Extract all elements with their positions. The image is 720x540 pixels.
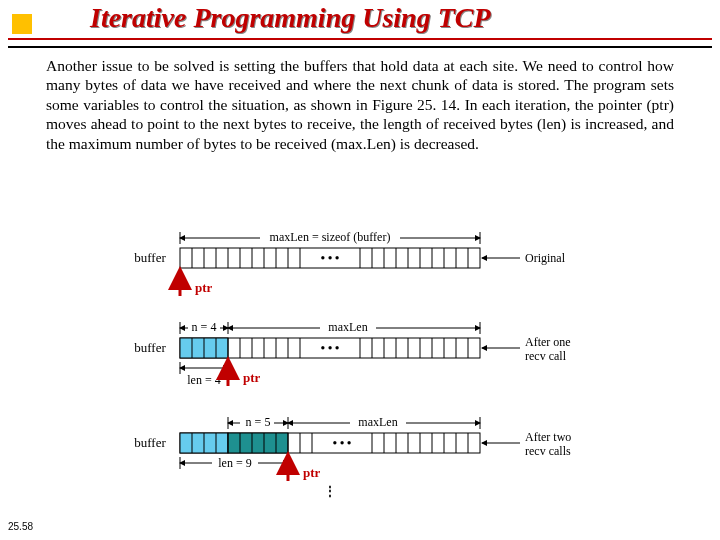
state3-label-1: After two — [525, 430, 571, 444]
maxlen-label-2: maxLen — [328, 320, 367, 334]
title-bar: Iterative Programming Using TCP — [8, 0, 712, 48]
n-label-2: n = 4 — [192, 320, 217, 334]
buffer-cells-1: • • • — [180, 248, 480, 268]
maxlen-label: maxLen = sizeof (buffer) — [270, 230, 391, 244]
state1-label: Original — [525, 251, 566, 265]
buffer-label-2: buffer — [134, 340, 166, 355]
len-label-3: len = 9 — [218, 456, 251, 470]
state2-label-1: After one — [525, 335, 571, 349]
ptr-label-3: ptr — [303, 465, 321, 480]
page-number: 25.58 — [8, 521, 33, 532]
diagram-state-after-two: n = 5 maxLen buffer • • • After two recv… — [134, 415, 571, 498]
buffer-label-1: buffer — [134, 250, 166, 265]
body-paragraph: Another issue to be solved is setting th… — [46, 56, 674, 153]
len-label-2: len = 4 — [187, 373, 220, 387]
diagram-state-after-one: n = 4 maxLen buffer • • • After one recv… — [134, 320, 570, 387]
state3-label-2: recv calls — [525, 444, 571, 458]
ellipsis-icon: • • • — [333, 436, 352, 450]
title-accent-square — [12, 14, 32, 34]
ellipsis-icon: • • • — [321, 251, 340, 265]
buffer-diagram: maxLen = sizeof (buffer) buffer • • • Or… — [120, 228, 600, 528]
maxlen-label-3: maxLen — [358, 415, 397, 429]
svg-rect-68 — [228, 433, 288, 453]
n-label-3: n = 5 — [246, 415, 271, 429]
state2-label-2: recv call — [525, 349, 567, 363]
vertical-ellipsis-icon: ⋮ — [324, 484, 336, 498]
ptr-label-1: ptr — [195, 280, 213, 295]
slide-title: Iterative Programming Using TCP — [90, 2, 491, 34]
ellipsis-icon: • • • — [321, 341, 340, 355]
buffer-label-3: buffer — [134, 435, 166, 450]
ptr-label-2: ptr — [243, 370, 261, 385]
diagram-state-original: maxLen = sizeof (buffer) buffer • • • Or… — [134, 230, 565, 296]
title-accent-line — [8, 38, 712, 40]
